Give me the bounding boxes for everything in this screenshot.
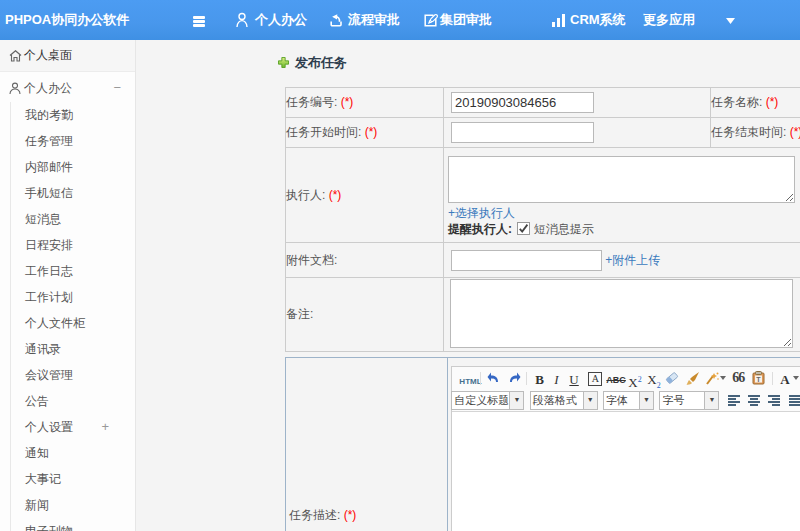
svg-text:T: T xyxy=(757,376,762,383)
